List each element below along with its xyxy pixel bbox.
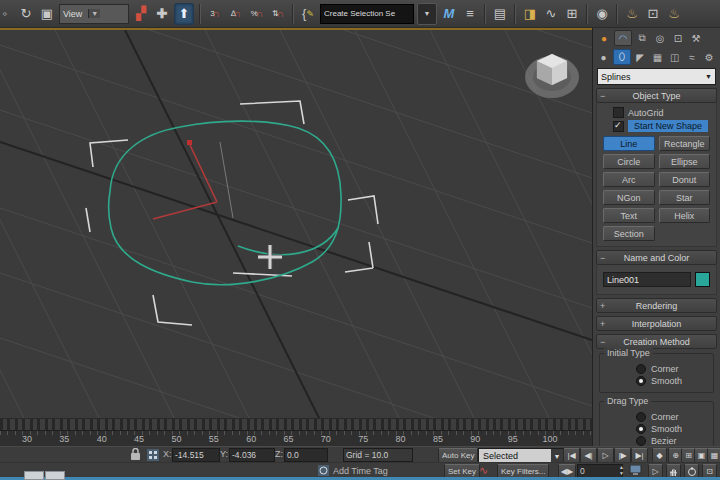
ngon-button[interactable]: NGon: [603, 190, 655, 205]
text-button[interactable]: Text: [603, 208, 655, 223]
ellipse-button[interactable]: Ellipse: [659, 154, 711, 169]
lights-category-icon[interactable]: ◤: [633, 50, 648, 64]
helpers-category-icon[interactable]: ◫: [667, 50, 682, 64]
motion-tab[interactable]: ◎: [652, 31, 668, 45]
go-to-end-button[interactable]: ▶|: [631, 448, 648, 463]
timeline-frame-label: 45: [134, 434, 144, 444]
expand-icon: +: [600, 319, 605, 329]
autogrid-row: AutoGrid: [613, 107, 714, 118]
autogrid-checkbox[interactable]: [613, 107, 624, 118]
selection-lock-icon[interactable]: [130, 448, 141, 463]
current-frame-field[interactable]: 0: [577, 464, 623, 478]
name-color-rollout-header[interactable]: − Name and Color: [596, 250, 717, 265]
create-tab[interactable]: ●: [596, 31, 612, 45]
select-and-rotate-icon[interactable]: ↻: [17, 4, 35, 24]
rectangle-button[interactable]: Rectangle: [659, 136, 711, 151]
key-mode-toggle-button[interactable]: ◆: [652, 448, 667, 463]
frame-spinner[interactable]: ▲▼: [618, 464, 625, 477]
start-new-shape-checkbox[interactable]: [613, 121, 624, 132]
track-bar[interactable]: 3035404550556065707580859095100: [0, 430, 592, 446]
initial-smooth-radio[interactable]: [636, 376, 646, 386]
display-tab[interactable]: ⊡: [670, 31, 686, 45]
named-selection-dropdown-icon[interactable]: ▼: [417, 3, 437, 25]
next-frame-button[interactable]: |▶: [614, 448, 631, 463]
percent-snap-icon[interactable]: %∩: [248, 4, 266, 24]
start-new-shape-label[interactable]: Start New Shape: [628, 120, 708, 132]
spacewarps-category-icon[interactable]: ≈: [684, 50, 699, 64]
grid-size-display: Grid = 10.0: [343, 448, 413, 462]
angle-snap-icon[interactable]: ∆∩: [227, 4, 245, 24]
z-coordinate-field[interactable]: 0.0: [284, 448, 328, 462]
cameras-category-icon[interactable]: ▦: [650, 50, 665, 64]
y-coordinate-value: -4.036: [232, 450, 256, 460]
time-slider[interactable]: [0, 418, 592, 430]
circle-button[interactable]: Circle: [603, 154, 655, 169]
line-button[interactable]: Line: [603, 136, 655, 151]
interpolation-rollout-header[interactable]: + Interpolation: [596, 316, 717, 331]
drag-smooth-row: Smooth: [636, 424, 709, 434]
curve-editor-icon[interactable]: ∿: [542, 4, 560, 24]
material-editor-icon[interactable]: ◉: [593, 4, 611, 24]
rendering-rollout-header[interactable]: + Rendering: [596, 298, 717, 313]
radio-label: Corner: [651, 364, 679, 374]
toolbar-separator: [292, 4, 294, 24]
edit-named-selection-icon[interactable]: {✎: [299, 4, 317, 24]
section-button[interactable]: Section: [603, 226, 655, 241]
arc-button[interactable]: Arc: [603, 172, 655, 187]
toolbox-icon[interactable]: ◨: [521, 4, 539, 24]
align-icon[interactable]: ≡: [461, 4, 479, 24]
render-setup-icon[interactable]: ♨: [623, 4, 641, 24]
toolbar-separator: [514, 4, 516, 24]
donut-button[interactable]: Donut: [659, 172, 711, 187]
layer-manager-icon[interactable]: ▤: [491, 4, 509, 24]
perspective-viewport[interactable]: [0, 28, 592, 418]
drag-bezier-radio[interactable]: [636, 436, 646, 446]
helix-button[interactable]: Helix: [659, 208, 711, 223]
mini-listener-box: [24, 471, 44, 480]
timeline-frame-label: 75: [358, 434, 368, 444]
go-to-start-button[interactable]: |◀: [563, 448, 580, 463]
hierarchy-tab[interactable]: ⧉: [634, 31, 650, 45]
drag-corner-radio[interactable]: [636, 412, 646, 422]
rollout-title: Rendering: [597, 301, 716, 311]
play-button[interactable]: ▷: [597, 448, 614, 463]
select-and-scale-icon[interactable]: ▣: [38, 4, 56, 24]
render-production-icon[interactable]: ♨: [665, 4, 683, 24]
star-button[interactable]: Star: [659, 190, 711, 205]
utilities-tab[interactable]: ⚒: [688, 31, 704, 45]
select-and-manipulate-icon[interactable]: ✚: [153, 4, 171, 24]
shapes-category-icon[interactable]: ⬯: [613, 49, 630, 65]
use-pivot-center-icon[interactable]: ▞: [132, 4, 150, 24]
group-title: Drag Type: [604, 396, 651, 406]
key-filter-curve-icon[interactable]: ∿: [479, 464, 488, 477]
viewcube[interactable]: [525, 54, 579, 98]
add-time-tag-label[interactable]: Add Time Tag: [333, 464, 388, 478]
named-selection-set-field[interactable]: Create Selection Se: [320, 4, 414, 24]
auto-key-button[interactable]: Auto Key: [438, 448, 478, 463]
spline-line001: [109, 121, 341, 285]
shape-category-dropdown[interactable]: Splines ▼: [597, 68, 716, 85]
rendered-frame-icon[interactable]: ⊡: [644, 4, 662, 24]
keyboard-override-icon[interactable]: ⬆: [174, 3, 194, 25]
zoom-extents-all-button[interactable]: ▦: [707, 448, 720, 463]
x-coordinate-field[interactable]: -14.515: [172, 448, 220, 462]
create-category-row: ● ⬯ ◤ ▦ ◫ ≈ ⚙: [593, 47, 720, 66]
geometry-category-icon[interactable]: ●: [596, 50, 611, 64]
object-name-field[interactable]: Line001: [603, 272, 691, 287]
drag-smooth-radio[interactable]: [636, 424, 646, 434]
spinner-snap-icon[interactable]: ⇅∩: [269, 4, 287, 24]
systems-category-icon[interactable]: ⚙: [702, 50, 717, 64]
undo-icon[interactable]: ◦: [0, 4, 14, 24]
schematic-view-icon[interactable]: ⊞: [563, 4, 581, 24]
y-coordinate-field[interactable]: -4.036: [229, 448, 275, 462]
previous-frame-button[interactable]: ◀|: [580, 448, 597, 463]
creation-method-rollout-header[interactable]: − Creation Method: [596, 334, 717, 349]
transform-gizmo-icon[interactable]: [147, 449, 159, 463]
mirror-icon[interactable]: M: [440, 4, 458, 24]
object-color-swatch[interactable]: [695, 272, 710, 287]
object-type-rollout-header[interactable]: − Object Type: [596, 88, 717, 103]
reference-coordinate-dropdown[interactable]: View ▼: [59, 4, 129, 24]
initial-corner-radio[interactable]: [636, 364, 646, 374]
modify-tab[interactable]: ◠: [614, 30, 632, 46]
snap-toggle-3d-icon[interactable]: 3∩: [206, 4, 224, 24]
